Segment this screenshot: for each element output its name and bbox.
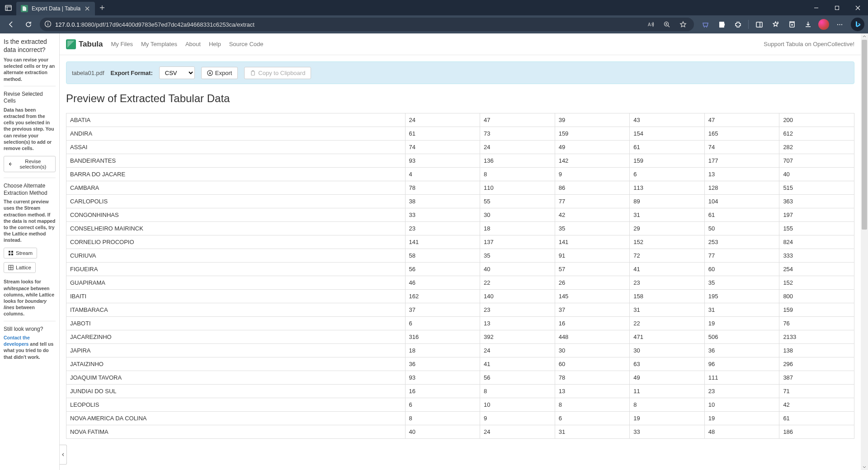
favorite-icon[interactable] — [677, 21, 689, 28]
row-value: 86 — [555, 181, 630, 195]
maximize-button[interactable] — [826, 0, 847, 15]
site-info-icon[interactable] — [44, 20, 52, 29]
row-name: GUAPIRAMA — [66, 276, 406, 290]
contact-developers-link[interactable]: Contact the developers — [4, 335, 30, 347]
svg-rect-30 — [11, 254, 13, 255]
tab-close-icon[interactable] — [84, 5, 90, 12]
nav-my-files[interactable]: My Files — [111, 41, 133, 47]
tab-overview-button[interactable] — [0, 0, 16, 15]
row-value: 57 — [555, 263, 630, 276]
row-value: 37 — [555, 303, 630, 317]
row-value: 23 — [630, 276, 705, 290]
nav-my-templates[interactable]: My Templates — [141, 41, 177, 47]
nav-source-code[interactable]: Source Code — [229, 41, 264, 47]
row-value: 200 — [779, 113, 854, 127]
close-window-button[interactable] — [847, 0, 868, 15]
row-value: 36 — [704, 344, 779, 357]
shopping-icon[interactable] — [698, 17, 713, 32]
export-button[interactable]: Export — [201, 67, 238, 79]
favorites-list-icon[interactable] — [768, 17, 783, 32]
scrollbar-thumb[interactable] — [862, 40, 867, 230]
lattice-icon — [8, 265, 14, 270]
row-value: 42 — [555, 208, 630, 222]
table-row: ITAMBARACA3723373131159 — [66, 303, 854, 317]
back-button[interactable] — [4, 17, 19, 32]
row-value: 93 — [405, 154, 480, 168]
row-value: 29 — [630, 222, 705, 235]
row-value: 24 — [405, 113, 480, 127]
row-value: 19 — [704, 317, 779, 330]
table-row: IBAITI162140145158195800 — [66, 290, 854, 303]
row-value: 61 — [630, 141, 705, 154]
read-aloud-icon[interactable]: A — [644, 21, 657, 28]
scroll-down-icon[interactable] — [861, 464, 868, 470]
row-name: JATAIZINHO — [66, 357, 406, 371]
row-name: BARRA DO JACARE — [66, 168, 406, 181]
copy-clipboard-button[interactable]: Copy to Clipboard — [244, 67, 311, 79]
row-value: 38 — [405, 195, 480, 208]
collections-icon[interactable] — [784, 17, 799, 32]
more-icon[interactable] — [832, 17, 847, 32]
extensions-icon[interactable] — [730, 17, 745, 32]
svg-rect-4 — [835, 6, 839, 9]
address-bar[interactable]: 127.0.0.1:8080/pdf/17d9c4400d9783e57ed7d… — [40, 18, 694, 31]
row-value: 145 — [555, 290, 630, 303]
download-icon — [207, 70, 213, 76]
nav-help[interactable]: Help — [209, 41, 221, 47]
bing-button[interactable] — [851, 18, 864, 31]
row-value: 61 — [405, 127, 480, 141]
sidebar-icon[interactable] — [751, 17, 767, 32]
export-format-select[interactable]: CSV — [159, 66, 195, 79]
row-name: FIGUEIRA — [66, 263, 406, 276]
row-name: JUNDIAI DO SUL — [66, 385, 406, 398]
row-value: 40 — [405, 425, 480, 439]
svg-point-13 — [704, 27, 705, 28]
table-row: LEOPOLIS610881042 — [66, 398, 854, 412]
main-content: Preview of Extracted Tabular Data ABATIA… — [60, 84, 861, 470]
downloads-icon[interactable] — [800, 17, 816, 32]
row-value: 33 — [405, 208, 480, 222]
minimize-button[interactable] — [806, 0, 826, 15]
row-value: 49 — [630, 371, 705, 385]
brand-logo[interactable]: Tabula — [66, 39, 103, 49]
row-value: 104 — [704, 195, 779, 208]
row-value: 93 — [405, 371, 480, 385]
row-value: 316 — [405, 330, 480, 344]
nav-about[interactable]: About — [185, 41, 201, 47]
browser-tab[interactable]: Export Data | Tabula — [16, 2, 95, 15]
row-name: NOVA FATIMA — [66, 425, 406, 439]
row-value: 71 — [779, 385, 854, 398]
sidebar-heading-main: Is the extracted data incorrect? — [4, 38, 56, 54]
row-value: 19 — [704, 412, 779, 425]
new-tab-button[interactable] — [95, 0, 109, 15]
row-value: 824 — [779, 235, 854, 249]
row-value: 35 — [480, 249, 555, 263]
row-value: 78 — [555, 371, 630, 385]
row-value: 159 — [555, 127, 630, 141]
sidebar-method-note: Stream looks for whitespace between colu… — [4, 278, 56, 317]
lattice-method-button[interactable]: Lattice — [4, 262, 36, 273]
donate-link[interactable]: Support Tabula on OpenCollective! — [764, 41, 854, 47]
zoom-icon[interactable] — [660, 21, 673, 28]
scroll-up-icon[interactable] — [861, 33, 868, 40]
revise-selections-button[interactable]: Revise selection(s) — [4, 156, 56, 172]
refresh-button[interactable] — [21, 17, 36, 32]
pdf-icon[interactable]: PDF — [714, 17, 729, 32]
row-value: 31 — [630, 208, 705, 222]
page-scrollbar[interactable] — [861, 33, 868, 470]
sidebar-collapse-button[interactable] — [60, 445, 67, 465]
row-value: 448 — [555, 330, 630, 344]
row-value: 186 — [779, 425, 854, 439]
row-value: 6 — [405, 398, 480, 412]
row-name: IBAITI — [66, 290, 406, 303]
row-value: 8 — [480, 385, 555, 398]
row-value: 6 — [405, 317, 480, 330]
row-value: 141 — [405, 235, 480, 249]
row-value: 49 — [555, 141, 630, 154]
row-value: 137 — [480, 235, 555, 249]
table-row: NOVA AMERICA DA COLINA896191961 — [66, 412, 854, 425]
stream-method-button[interactable]: Stream — [4, 248, 37, 258]
profile-avatar[interactable] — [818, 19, 829, 30]
browser-toolbar: 127.0.0.1:8080/pdf/17d9c4400d9783e57ed7d… — [0, 15, 868, 33]
row-value: 30 — [555, 344, 630, 357]
